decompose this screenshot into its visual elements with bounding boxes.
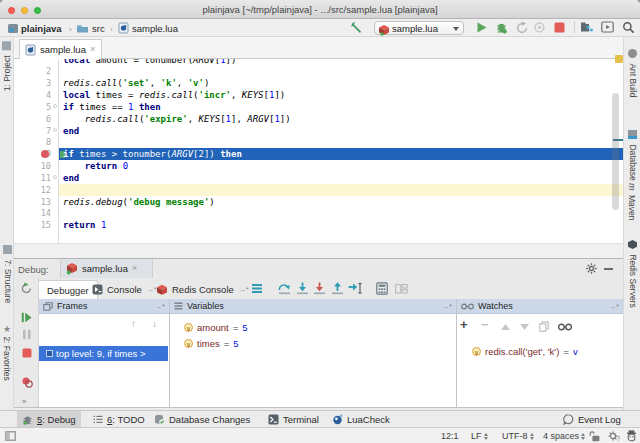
- variables-watches-divider[interactable]: [456, 299, 457, 408]
- editor-line-8[interactable]: 8: [14, 136, 623, 148]
- frames-variables-divider[interactable]: [169, 299, 170, 408]
- toolwindow-button-todo[interactable]: 6: TODO: [88, 411, 150, 427]
- inspections-gear-icon[interactable]: ?: [608, 431, 620, 442]
- toolwindow-button-luacheck[interactable]: LuaCheck: [327, 411, 395, 427]
- debug-button[interactable]: [495, 21, 508, 34]
- fold-marker[interactable]: [53, 175, 57, 179]
- step-over-icon[interactable]: [278, 282, 291, 295]
- breadcrumb-project[interactable]: plainjava: [21, 23, 62, 34]
- sidebar-item-maven[interactable]: m Maven: [627, 183, 637, 220]
- stop-button[interactable]: [554, 22, 565, 33]
- run-button[interactable]: [476, 22, 487, 33]
- pin-icon[interactable]: →*: [238, 285, 249, 294]
- editor-debug-splitter[interactable]: [14, 243, 623, 258]
- evaluate-expression-icon[interactable]: [376, 282, 388, 295]
- line-separator-widget[interactable]: LF: [471, 431, 488, 441]
- code-text: if times == 1 then: [63, 101, 161, 113]
- editor-line-3[interactable]: 3redis.call('set', 'k', 'v'): [14, 77, 623, 89]
- add-watch-button[interactable]: +: [460, 317, 468, 332]
- sidebar-item-ant-build[interactable]: Ant Build: [627, 49, 638, 97]
- editor-line-14[interactable]: 14: [14, 207, 623, 219]
- variable-row[interactable]: vamount=5: [184, 322, 248, 333]
- remove-watch-button[interactable]: −: [481, 317, 489, 332]
- setup-sdk-wrench-icon[interactable]: [350, 21, 364, 35]
- hide-tool-window-icon[interactable]: [604, 268, 613, 270]
- tab-console[interactable]: Console →*: [92, 280, 157, 299]
- editor-line-10[interactable]: 10 return 0: [14, 160, 623, 172]
- editor-line-4[interactable]: 4local times = redis.call('incr', KEYS[1…: [14, 89, 623, 101]
- toolwindow-button-debug[interactable]: 5: Debug: [17, 411, 81, 427]
- sidebar-item-database[interactable]: Database: [627, 130, 638, 181]
- editor-line-6[interactable]: 6 redis.call('expire', KEYS[1], ARGV[1]): [14, 113, 623, 125]
- sidebar-item-favorites[interactable]: ★ 2: Favorites: [2, 324, 12, 381]
- open-debug-toolwindow-icon[interactable]: [580, 21, 593, 33]
- encoding-widget[interactable]: UTF-8: [502, 431, 534, 441]
- copy-watch-icon[interactable]: [539, 321, 549, 332]
- editor-line-5[interactable]: 5if times == 1 then: [14, 101, 623, 113]
- luacheck-icon: [332, 414, 343, 425]
- run-with-coverage-button[interactable]: [516, 21, 529, 34]
- pin-icon[interactable]: →*: [154, 302, 165, 311]
- move-watch-up-icon[interactable]: [501, 324, 510, 330]
- next-frame-icon[interactable]: ↓: [152, 318, 157, 329]
- sidebar-item-structure[interactable]: 7: Structure: [2, 245, 13, 303]
- run-to-cursor-icon[interactable]: [348, 282, 363, 295]
- step-into-icon[interactable]: [296, 282, 309, 295]
- gear-icon[interactable]: [586, 263, 597, 274]
- toolwindow-switcher-icon[interactable]: [5, 431, 16, 441]
- toolwindow-button-database-changes[interactable]: Database Changes: [149, 411, 255, 427]
- step-out-icon[interactable]: [331, 282, 344, 295]
- breadcrumb-file[interactable]: sample.lua: [132, 23, 178, 34]
- preview-window-icon[interactable]: [601, 21, 614, 33]
- fold-marker[interactable]: [53, 104, 57, 108]
- more-actions-button[interactable]: »: [22, 397, 26, 406]
- run-configuration-select[interactable]: sample.lua: [374, 21, 464, 35]
- editor-line-12[interactable]: 12: [14, 184, 623, 196]
- editor-tab-label: sample.lua: [40, 44, 86, 55]
- editor-line-2[interactable]: 2: [14, 65, 623, 77]
- fold-marker[interactable]: [53, 128, 57, 132]
- stop-program-button[interactable]: [22, 348, 32, 358]
- variable-row[interactable]: vredis.call('get', 'k')=v: [472, 346, 578, 357]
- rerun-icon[interactable]: [20, 282, 33, 295]
- tab-redis-console[interactable]: Redis Console →*: [156, 280, 249, 299]
- hector-inspector-icon[interactable]: [626, 430, 637, 442]
- editor-line-15[interactable]: 15return 1: [14, 219, 623, 231]
- pin-icon[interactable]: →*: [608, 302, 619, 311]
- tab-debugger[interactable]: Debugger: [38, 280, 98, 299]
- sidebar-item-project[interactable]: 1: Project: [1, 41, 12, 91]
- pause-program-button[interactable]: [22, 329, 32, 340]
- editor-line-7[interactable]: 7end: [14, 125, 623, 137]
- move-watch-down-icon[interactable]: [520, 324, 529, 330]
- lock-icon[interactable]: [589, 431, 600, 442]
- breadcrumb-folder[interactable]: src: [92, 23, 105, 34]
- pin-icon[interactable]: →*: [441, 302, 452, 311]
- show-execution-point-icon[interactable]: [251, 283, 263, 294]
- profiler-button[interactable]: [533, 21, 546, 34]
- selected-stack-frame[interactable]: top level: 9, if times >: [39, 346, 168, 361]
- sidebar-item-redis-servers[interactable]: Redis Servers: [627, 240, 638, 308]
- close-session-icon[interactable]: ×: [132, 264, 137, 273]
- indent-widget[interactable]: 4 spaces: [543, 431, 585, 441]
- debug-session-tab[interactable]: sample.lua ×: [60, 259, 153, 278]
- toolwindow-button-terminal[interactable]: Terminal: [263, 411, 324, 427]
- search-everywhere-icon[interactable]: [622, 21, 635, 34]
- restore-layout-icon[interactable]: [395, 284, 408, 294]
- toolwindow-button-event-log[interactable]: Event Log: [558, 411, 626, 427]
- previous-frame-icon[interactable]: ↑: [131, 318, 136, 329]
- editor-line-9[interactable]: 9if times > tonumber(ARGV[2]) then: [14, 148, 623, 160]
- code-editor[interactable]: local amount = tonumber(ARGV[1])23redis.…: [14, 59, 623, 243]
- force-step-into-icon[interactable]: [313, 282, 326, 295]
- debug-toolwindow-icon: [22, 414, 33, 425]
- caret-position[interactable]: 12:1: [441, 431, 459, 441]
- editor-line-11[interactable]: 11end: [14, 172, 623, 184]
- resume-program-button[interactable]: [21, 312, 32, 323]
- editor-tab-sample-lua[interactable]: sample.lua ×: [19, 39, 102, 59]
- editor-line-13[interactable]: 13redis.debug('debug message'): [14, 196, 623, 208]
- inspection-indicator[interactable]: [615, 55, 623, 63]
- close-tab-icon[interactable]: ×: [90, 45, 95, 54]
- variable-row[interactable]: vtimes=5: [184, 338, 239, 349]
- view-breakpoints-button[interactable]: [21, 376, 33, 388]
- editor-scrollbar[interactable]: [612, 93, 619, 210]
- show-watches-in-variables-icon[interactable]: [558, 323, 572, 331]
